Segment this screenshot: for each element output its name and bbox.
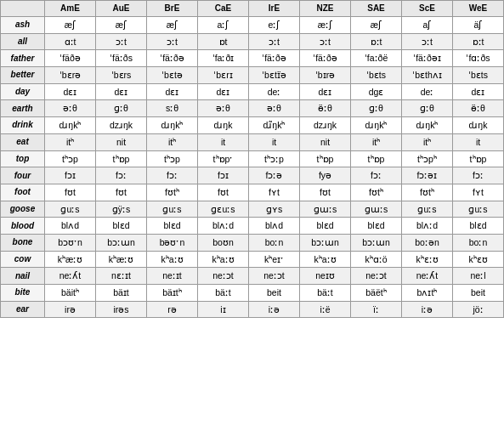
ipa-cell: ˈbɪrə xyxy=(300,67,351,84)
header-wee: WeE xyxy=(453,1,504,17)
ipa-cell: bɔːɯn xyxy=(351,234,402,251)
ipa-cell: fʊt xyxy=(96,184,147,201)
ipa-cell: ɡÿːs xyxy=(96,201,147,218)
word-cell: earth xyxy=(1,100,45,117)
ipa-cell: ˈfaːðɪ xyxy=(198,50,249,67)
ipa-cell: dɹŋkʰ xyxy=(45,117,96,134)
ipa-cell: bäːt xyxy=(198,285,249,302)
table-row: drinkdɹŋkʰdzɹŋkdɹŋkʰdɹŋkdɹ̃ŋkʰdzɹŋkdɹŋkʰ… xyxy=(1,117,504,134)
ipa-cell: əːθ xyxy=(45,100,96,117)
ipa-cell: kʰɑːö xyxy=(351,251,402,268)
word-cell: nail xyxy=(1,268,45,285)
ipa-cell: blɛd xyxy=(453,218,504,235)
ipa-cell: tʰɔp xyxy=(45,150,96,167)
header-ame: AmE xyxy=(45,1,96,17)
ipa-cell: tʰɔpʰ xyxy=(402,150,453,167)
ipa-cell: tʰɔːp xyxy=(249,150,300,167)
ipa-cell: bɔːɯn xyxy=(96,234,147,251)
word-cell: foot xyxy=(1,184,45,201)
ipa-cell: blɛd xyxy=(147,218,198,235)
ipa-cell: ɡːθ xyxy=(96,100,147,117)
word-cell: ear xyxy=(1,301,45,318)
ipa-cell: boːn xyxy=(249,234,300,251)
ipa-cell: fʏt xyxy=(453,184,504,201)
ipa-cell: æʃ xyxy=(45,17,96,34)
ipa-cell: ɡuːs xyxy=(453,201,504,218)
ipa-cell: ɡːθ xyxy=(402,100,453,117)
ipa-cell: ɡːθ xyxy=(351,100,402,117)
ipa-cell: fʊtʰ xyxy=(147,184,198,201)
ipa-cell: kʰaːʊ xyxy=(147,251,198,268)
ipa-cell: neːɔt xyxy=(249,268,300,285)
ipa-cell: beit xyxy=(249,285,300,302)
word-cell: four xyxy=(1,167,45,184)
ipa-cell: iːə xyxy=(249,301,300,318)
ipa-cell: tʰɒpˑ xyxy=(198,150,249,167)
ipa-cell: ɔːt xyxy=(249,33,300,50)
table-row: cowkʰæːʊkʰæːʊkʰaːʊkʰaːʊkʰeɪˑkʰaːʊkʰɑːökʰ… xyxy=(1,251,504,268)
ipa-cell: sːθ xyxy=(147,100,198,117)
ipa-cell: fʊt xyxy=(198,184,249,201)
ipa-cell: dɛɪ xyxy=(198,83,249,100)
table-row: footfʊtfʊtfʊtʰfʊtfʏtfʊtfʊtʰfʊtʰfʏt xyxy=(1,184,504,201)
table-header: AmEAuEBrECaEIrENZESAEScEWeE xyxy=(1,1,504,17)
ipa-cell: dɹŋk xyxy=(453,117,504,134)
ipa-cell: dɹŋkʰ xyxy=(402,117,453,134)
ipa-cell: neːʎt xyxy=(45,268,96,285)
word-cell: top xyxy=(1,150,45,167)
table-row: daydɛɪdɛɪdɛɪdɛɪdeːdɛɪdgɛdeːdɛɪ xyxy=(1,83,504,100)
ipa-cell: neːl xyxy=(453,268,504,285)
ipa-cell: fɔː xyxy=(453,167,504,184)
table-row: toptʰɔptʰɒptʰɔptʰɒpˑtʰɔːptʰɒptʰɒptʰɔpʰtʰ… xyxy=(1,150,504,167)
ipa-cell: ˈfɑːðs xyxy=(453,50,504,67)
table-row: allɑːtɔːtɔːtɒtɔːtɔːtɒːtɔːtɒːt xyxy=(1,33,504,50)
ipa-cell: aʃ xyxy=(402,17,453,34)
ipa-cell: boʊn xyxy=(198,234,249,251)
ipa-cell: boːn xyxy=(453,234,504,251)
ipa-cell: fɔɪ xyxy=(45,167,96,184)
ipa-cell: ɑːt xyxy=(45,33,96,50)
ipa-cell: irə xyxy=(45,301,96,318)
ipa-cell: blʌːd xyxy=(198,218,249,235)
ipa-cell: əːθ xyxy=(249,100,300,117)
word-cell: bite xyxy=(1,285,45,302)
ipa-cell: æʃ xyxy=(96,17,147,34)
ipa-cell: ˈfäːðs xyxy=(96,50,147,67)
ipa-cell: ˈfäːðə xyxy=(300,50,351,67)
ipa-cell: dɛɪ xyxy=(300,83,351,100)
ipa-cell: ˈbɛrə xyxy=(45,67,96,84)
ipa-cell: ɡɛuːs xyxy=(198,201,249,218)
ipa-cell: bäɪtʰ xyxy=(147,285,198,302)
word-cell: all xyxy=(1,33,45,50)
word-cell: blood xyxy=(1,218,45,235)
ipa-cell: fʊt xyxy=(45,184,96,201)
ipa-cell: ˈbɛtə xyxy=(147,67,198,84)
ipa-cell: fɔɪ xyxy=(198,167,249,184)
ipa-cell: bäëtʰ xyxy=(351,285,402,302)
ipa-cell: aːʃ xyxy=(198,17,249,34)
header-bre: BrE xyxy=(147,1,198,17)
ipa-cell: ɒt xyxy=(198,33,249,50)
ipa-cell: ɒːt xyxy=(453,33,504,50)
ipa-cell: æʃ xyxy=(147,17,198,34)
ipa-cell: bäitʰ xyxy=(45,285,96,302)
ipa-cell: tʰɒp xyxy=(453,150,504,167)
ipa-cell: jöː xyxy=(453,301,504,318)
table-row: earthəːθɡːθsːθəːθəːθɵ̈ːθɡːθɡːθɵ̈ːθ xyxy=(1,100,504,117)
ipa-cell: boːən xyxy=(402,234,453,251)
ipa-cell: ɔːt xyxy=(300,33,351,50)
ipa-cell: dɛɪ xyxy=(453,83,504,100)
table-row: eatitʰnititʰititnititʰitʰit xyxy=(1,133,504,150)
ipa-cell: ɔːt xyxy=(147,33,198,50)
ipa-cell: fɔː xyxy=(147,167,198,184)
table-row: bitebäitʰbäɪtbäɪtʰbäːtbeitbäːtbäëtʰbʌɪtʰ… xyxy=(1,285,504,302)
table-row: fatherˈfäðəˈfäːðsˈfäːðəˈfaːðɪˈfäːðəˈfäːð… xyxy=(1,50,504,67)
ipa-cell: it xyxy=(453,133,504,150)
ipa-cell: fʊtʰ xyxy=(402,184,453,201)
ipa-cell: blʌd xyxy=(249,218,300,235)
ipa-cell: neːʎt xyxy=(402,268,453,285)
ipa-cell: ɡɯːs xyxy=(300,201,351,218)
ipa-cell: ˈfäːðə xyxy=(147,50,198,67)
ipa-cell: bäɪt xyxy=(96,285,147,302)
ipa-cell: fʏt xyxy=(249,184,300,201)
